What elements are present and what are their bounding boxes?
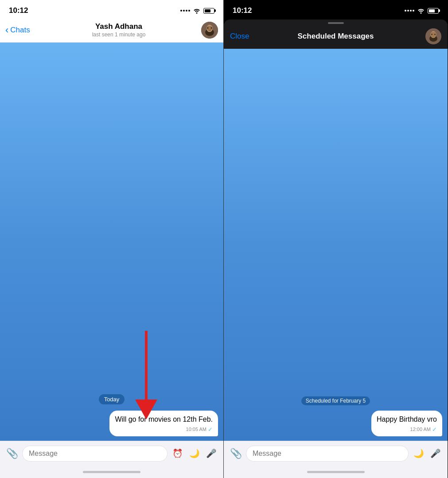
modal-nav-bar: Close Scheduled Messages [224, 24, 448, 49]
right-battery-icon [428, 8, 439, 14]
right-home-indicator [224, 466, 448, 478]
svg-point-5 [211, 27, 212, 28]
modal-sheet: Close Scheduled Messages [224, 20, 448, 49]
left-home-indicator [0, 466, 223, 478]
svg-marker-7 [135, 400, 157, 419]
scheduled-chat-background: Scheduled for February 5 Happy Birthday … [224, 49, 448, 441]
scheduled-for-badge: Scheduled for February 5 [301, 396, 370, 405]
svg-point-8 [421, 12, 422, 14]
left-nav-bar: ‹ Chats Yash Adhana last seen 1 minute a… [0, 20, 223, 43]
right-attachment-button[interactable]: 📎 [229, 447, 242, 460]
scheduled-message-text: Happy Birthday vro [377, 415, 437, 423]
moon-button[interactable]: 🌙 [188, 447, 201, 460]
wifi-icon [193, 8, 201, 14]
contact-avatar[interactable] [201, 22, 218, 39]
right-status-time: 10:12 [233, 6, 252, 15]
left-status-time: 10:12 [9, 6, 28, 15]
right-status-bar: 10:12 [224, 0, 448, 20]
back-button[interactable]: ‹ Chats [5, 25, 36, 35]
modal-avatar[interactable] [425, 28, 441, 44]
close-button[interactable]: Close [230, 32, 257, 41]
left-phone-panel: 10:12 ‹ Chats [0, 0, 224, 478]
nav-center: Yash Adhana last seen 1 minute ago [36, 22, 201, 38]
contact-name: Yash Adhana [95, 22, 142, 31]
chevron-left-icon: ‹ [5, 25, 8, 35]
check-mark-icon: ✓ [208, 426, 213, 434]
back-label: Chats [10, 26, 30, 35]
scheduled-check-mark-icon: ✓ [432, 426, 437, 434]
right-input-bar: 📎 🌙 🎤 [224, 441, 448, 466]
right-phone-panel: 10:12 Close S [224, 0, 448, 478]
right-moon-button[interactable]: 🌙 [412, 447, 425, 460]
svg-point-13 [434, 34, 436, 35]
bubble-meta: 10:05 AM ✓ [115, 426, 213, 434]
home-bar [83, 471, 140, 473]
right-signal-dots-icon [405, 10, 414, 12]
messages-area: Today Will go for movies on 12th Feb. 10… [0, 390, 223, 441]
modal-title: Scheduled Messages [257, 32, 415, 41]
right-message-input[interactable] [246, 446, 409, 462]
svg-point-4 [207, 27, 209, 28]
message-time: 10:05 AM [186, 426, 206, 433]
chat-background: Today Will go for movies on 12th Feb. 10… [0, 43, 223, 441]
attachment-button[interactable]: 📎 [5, 447, 19, 460]
svg-point-12 [431, 34, 432, 35]
scheduled-messages-area: Scheduled for February 5 Happy Birthday … [224, 392, 448, 441]
scheduled-message-time: 12:00 AM [410, 426, 431, 433]
modal-right-area [415, 28, 441, 44]
right-status-icons [405, 8, 439, 14]
right-wifi-icon [417, 8, 425, 14]
right-home-bar [307, 471, 365, 473]
battery-icon [203, 8, 214, 14]
last-seen-text: last seen 1 minute ago [92, 31, 146, 38]
scheduled-bubble-meta: 12:00 AM ✓ [377, 426, 437, 434]
left-status-icons [180, 8, 214, 14]
message-input[interactable] [22, 446, 168, 462]
signal-dots-icon [180, 10, 190, 12]
left-status-bar: 10:12 [0, 0, 223, 20]
microphone-button[interactable]: 🎤 [205, 447, 218, 460]
red-arrow [120, 331, 173, 419]
right-microphone-button[interactable]: 🎤 [429, 447, 442, 460]
schedule-button[interactable]: ⏰ [171, 447, 184, 460]
scheduled-message-1: Happy Birthday vro 12:00 AM ✓ [371, 411, 442, 436]
svg-point-0 [196, 12, 198, 14]
left-input-bar: 📎 ⏰ 🌙 🎤 [0, 441, 223, 466]
